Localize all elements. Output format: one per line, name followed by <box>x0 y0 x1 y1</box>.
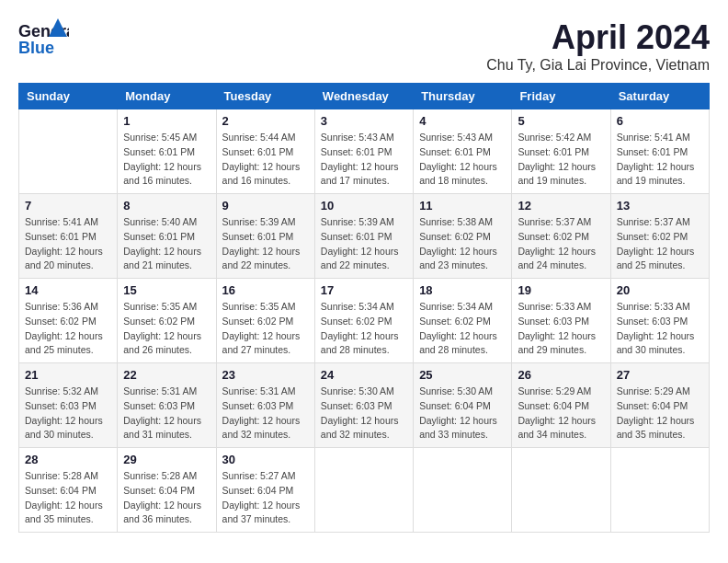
empty-cell <box>414 448 512 533</box>
weekday-friday: Friday <box>512 84 610 109</box>
day-cell-14: 14Sunrise: 5:36 AM Sunset: 6:02 PM Dayli… <box>19 279 118 363</box>
week-row-5: 28Sunrise: 5:28 AM Sunset: 6:04 PM Dayli… <box>19 448 710 533</box>
day-number: 5 <box>518 114 604 128</box>
day-number: 22 <box>123 368 210 382</box>
empty-cell <box>314 448 413 533</box>
day-number: 19 <box>518 283 604 297</box>
day-info: Sunrise: 5:31 AM Sunset: 6:03 PM Dayligh… <box>123 385 210 442</box>
weekday-thursday: Thursday <box>414 84 512 109</box>
day-cell-13: 13Sunrise: 5:37 AM Sunset: 6:02 PM Dayli… <box>610 194 709 279</box>
day-info: Sunrise: 5:39 AM Sunset: 6:01 PM Dayligh… <box>321 215 407 273</box>
day-info: Sunrise: 5:30 AM Sunset: 6:03 PM Dayligh… <box>321 385 407 442</box>
weekday-wednesday: Wednesday <box>314 84 413 109</box>
day-cell-17: 17Sunrise: 5:34 AM Sunset: 6:02 PM Dayli… <box>314 279 413 363</box>
day-info: Sunrise: 5:45 AM Sunset: 6:01 PM Dayligh… <box>123 131 210 189</box>
day-info: Sunrise: 5:35 AM Sunset: 6:02 PM Dayligh… <box>123 300 210 358</box>
day-info: Sunrise: 5:32 AM Sunset: 6:03 PM Dayligh… <box>25 385 111 442</box>
logo-icon: General Blue <box>18 18 69 60</box>
day-number: 4 <box>419 114 506 128</box>
day-info: Sunrise: 5:42 AM Sunset: 6:01 PM Dayligh… <box>518 131 604 189</box>
day-cell-10: 10Sunrise: 5:39 AM Sunset: 6:01 PM Dayli… <box>314 194 413 279</box>
day-number: 8 <box>123 199 210 213</box>
day-info: Sunrise: 5:28 AM Sunset: 6:04 PM Dayligh… <box>25 469 111 527</box>
day-number: 3 <box>321 114 407 128</box>
day-number: 11 <box>419 199 506 213</box>
day-info: Sunrise: 5:28 AM Sunset: 6:04 PM Dayligh… <box>123 469 210 527</box>
day-number: 12 <box>518 199 604 213</box>
day-cell-6: 6Sunrise: 5:41 AM Sunset: 6:01 PM Daylig… <box>610 109 709 194</box>
day-cell-30: 30Sunrise: 5:27 AM Sunset: 6:04 PM Dayli… <box>216 448 314 533</box>
day-info: Sunrise: 5:41 AM Sunset: 6:01 PM Dayligh… <box>617 131 703 189</box>
weekday-monday: Monday <box>118 84 216 109</box>
weekday-header-row: SundayMondayTuesdayWednesdayThursdayFrid… <box>19 84 710 109</box>
day-number: 13 <box>617 199 703 213</box>
month-title: April 2024 <box>486 18 710 57</box>
location-subtitle: Chu Ty, Gia Lai Province, Vietnam <box>486 57 710 74</box>
weekday-saturday: Saturday <box>610 84 709 109</box>
day-info: Sunrise: 5:29 AM Sunset: 6:04 PM Dayligh… <box>617 385 703 442</box>
day-cell-18: 18Sunrise: 5:34 AM Sunset: 6:02 PM Dayli… <box>414 279 512 363</box>
day-info: Sunrise: 5:43 AM Sunset: 6:01 PM Dayligh… <box>321 131 407 189</box>
weekday-tuesday: Tuesday <box>216 84 314 109</box>
day-cell-29: 29Sunrise: 5:28 AM Sunset: 6:04 PM Dayli… <box>118 448 216 533</box>
day-number: 18 <box>419 283 506 297</box>
week-row-3: 14Sunrise: 5:36 AM Sunset: 6:02 PM Dayli… <box>19 279 710 363</box>
day-info: Sunrise: 5:41 AM Sunset: 6:01 PM Dayligh… <box>25 215 111 273</box>
day-number: 28 <box>25 453 111 466</box>
day-number: 10 <box>321 199 407 213</box>
week-row-1: 1Sunrise: 5:45 AM Sunset: 6:01 PM Daylig… <box>19 109 710 194</box>
day-info: Sunrise: 5:40 AM Sunset: 6:01 PM Dayligh… <box>123 215 210 273</box>
day-cell-26: 26Sunrise: 5:29 AM Sunset: 6:04 PM Dayli… <box>512 363 610 448</box>
day-info: Sunrise: 5:35 AM Sunset: 6:02 PM Dayligh… <box>222 300 309 358</box>
day-cell-21: 21Sunrise: 5:32 AM Sunset: 6:03 PM Dayli… <box>19 363 118 448</box>
day-info: Sunrise: 5:43 AM Sunset: 6:01 PM Dayligh… <box>419 131 506 189</box>
day-info: Sunrise: 5:37 AM Sunset: 6:02 PM Dayligh… <box>617 215 703 273</box>
day-cell-5: 5Sunrise: 5:42 AM Sunset: 6:01 PM Daylig… <box>512 109 610 194</box>
day-number: 1 <box>123 114 210 128</box>
day-info: Sunrise: 5:34 AM Sunset: 6:02 PM Dayligh… <box>321 300 407 358</box>
calendar-table: SundayMondayTuesdayWednesdayThursdayFrid… <box>18 83 710 533</box>
day-cell-2: 2Sunrise: 5:44 AM Sunset: 6:01 PM Daylig… <box>216 109 314 194</box>
day-cell-7: 7Sunrise: 5:41 AM Sunset: 6:01 PM Daylig… <box>19 194 118 279</box>
day-cell-27: 27Sunrise: 5:29 AM Sunset: 6:04 PM Dayli… <box>610 363 709 448</box>
day-cell-3: 3Sunrise: 5:43 AM Sunset: 6:01 PM Daylig… <box>314 109 413 194</box>
day-cell-1: 1Sunrise: 5:45 AM Sunset: 6:01 PM Daylig… <box>118 109 216 194</box>
day-number: 27 <box>617 368 703 382</box>
day-info: Sunrise: 5:34 AM Sunset: 6:02 PM Dayligh… <box>419 300 506 358</box>
day-cell-28: 28Sunrise: 5:28 AM Sunset: 6:04 PM Dayli… <box>19 448 118 533</box>
day-number: 25 <box>419 368 506 382</box>
day-cell-15: 15Sunrise: 5:35 AM Sunset: 6:02 PM Dayli… <box>118 279 216 363</box>
day-number: 7 <box>25 199 111 213</box>
day-number: 6 <box>617 114 703 128</box>
day-info: Sunrise: 5:29 AM Sunset: 6:04 PM Dayligh… <box>518 385 604 442</box>
day-number: 9 <box>222 199 309 213</box>
day-info: Sunrise: 5:37 AM Sunset: 6:02 PM Dayligh… <box>518 215 604 273</box>
day-cell-24: 24Sunrise: 5:30 AM Sunset: 6:03 PM Dayli… <box>314 363 413 448</box>
svg-text:Blue: Blue <box>18 39 54 57</box>
day-info: Sunrise: 5:31 AM Sunset: 6:03 PM Dayligh… <box>222 385 309 442</box>
day-number: 29 <box>123 453 210 466</box>
day-cell-11: 11Sunrise: 5:38 AM Sunset: 6:02 PM Dayli… <box>414 194 512 279</box>
day-cell-19: 19Sunrise: 5:33 AM Sunset: 6:03 PM Dayli… <box>512 279 610 363</box>
day-cell-8: 8Sunrise: 5:40 AM Sunset: 6:01 PM Daylig… <box>118 194 216 279</box>
day-info: Sunrise: 5:44 AM Sunset: 6:01 PM Dayligh… <box>222 131 309 189</box>
day-number: 16 <box>222 283 309 297</box>
day-info: Sunrise: 5:39 AM Sunset: 6:01 PM Dayligh… <box>222 215 309 273</box>
day-info: Sunrise: 5:33 AM Sunset: 6:03 PM Dayligh… <box>617 300 703 358</box>
weekday-sunday: Sunday <box>19 84 118 109</box>
title-area: April 2024 Chu Ty, Gia Lai Province, Vie… <box>486 18 710 74</box>
day-cell-16: 16Sunrise: 5:35 AM Sunset: 6:02 PM Dayli… <box>216 279 314 363</box>
day-number: 2 <box>222 114 309 128</box>
week-row-2: 7Sunrise: 5:41 AM Sunset: 6:01 PM Daylig… <box>19 194 710 279</box>
page-header: General Blue April 2024 Chu Ty, Gia Lai … <box>18 18 710 74</box>
empty-cell <box>610 448 709 533</box>
day-number: 17 <box>321 283 407 297</box>
day-cell-4: 4Sunrise: 5:43 AM Sunset: 6:01 PM Daylig… <box>414 109 512 194</box>
day-cell-12: 12Sunrise: 5:37 AM Sunset: 6:02 PM Dayli… <box>512 194 610 279</box>
day-cell-22: 22Sunrise: 5:31 AM Sunset: 6:03 PM Dayli… <box>118 363 216 448</box>
empty-cell <box>512 448 610 533</box>
day-number: 30 <box>222 453 309 466</box>
day-number: 24 <box>321 368 407 382</box>
day-cell-9: 9Sunrise: 5:39 AM Sunset: 6:01 PM Daylig… <box>216 194 314 279</box>
day-info: Sunrise: 5:36 AM Sunset: 6:02 PM Dayligh… <box>25 300 111 358</box>
